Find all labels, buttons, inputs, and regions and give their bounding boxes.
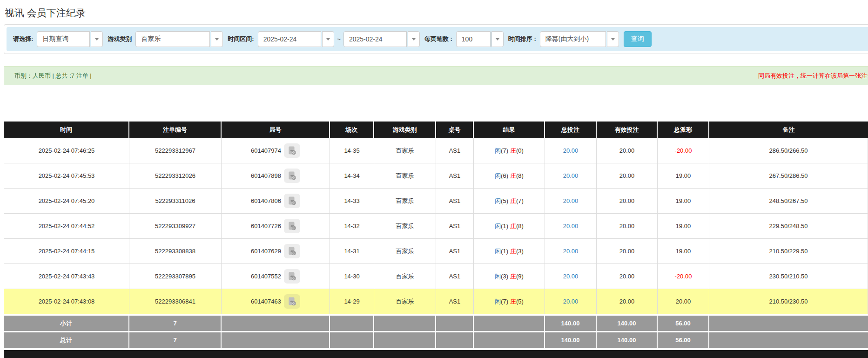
cell-bet-number: 522293306841 <box>129 289 222 314</box>
cell-payout: -20.00 <box>658 264 709 289</box>
result-player-score: (5) <box>501 197 508 204</box>
cell-total-bet: 20.00 <box>545 239 597 263</box>
page-size-select[interactable]: 100 <box>456 31 491 47</box>
filter-panel: 请选择: 日期查询 游戏类别 百家乐 时间区间: 2025-02-24 ~ 20… <box>4 24 868 54</box>
cell-note: 230.50/210.50 <box>709 264 868 289</box>
valid-bet-notice-text: 同局有效投注，统一计算在该局第一张注单 <box>758 72 868 80</box>
cell-payout: 19.00 <box>658 214 709 238</box>
cell-round-number: 601407552 <box>222 264 330 289</box>
cell-note: 210.50/230.50 <box>709 289 868 314</box>
total-bet-link[interactable]: 20.00 <box>563 248 579 255</box>
date-to-value: 2025-02-24 <box>349 35 383 43</box>
cell-payout: 20.00 <box>658 289 709 314</box>
cell-session: 14-30 <box>330 264 374 289</box>
sort-select-arrow[interactable] <box>607 31 619 47</box>
result-player-score: (1) <box>501 223 508 230</box>
film-reel-icon <box>287 271 297 281</box>
date-to-input[interactable]: 2025-02-24 <box>343 31 407 47</box>
cell-valid-bet: 20.00 <box>597 189 658 213</box>
cell-time: 2025-02-24 07:46:25 <box>4 138 129 163</box>
date-from-arrow[interactable] <box>322 31 334 47</box>
total-bet-link[interactable]: 20.00 <box>563 298 579 305</box>
cell-round-number: 601407974 <box>222 138 330 163</box>
total-count: 7 <box>129 332 222 348</box>
page-size-value: 100 <box>462 35 472 43</box>
result-banker-score: (0) <box>516 147 524 154</box>
date-from-input[interactable]: 2025-02-24 <box>258 31 321 47</box>
table-row: 2025-02-24 07:46:25522293312967601407974… <box>4 138 868 163</box>
date-from-value: 2025-02-24 <box>263 35 297 43</box>
table-footer-bar <box>4 350 868 358</box>
cell-time: 2025-02-24 07:45:20 <box>4 189 129 213</box>
total-bet-link[interactable]: 20.00 <box>563 147 579 154</box>
result-banker-score: (8) <box>516 172 524 179</box>
total-result <box>474 332 545 348</box>
game-type-label: 游戏类别 <box>108 35 132 43</box>
video-replay-button[interactable] <box>284 244 300 258</box>
payout-value: 20.00 <box>676 298 691 305</box>
video-replay-button[interactable] <box>284 219 300 233</box>
cell-time: 2025-02-24 07:45:53 <box>4 163 129 188</box>
video-replay-button[interactable] <box>284 269 300 284</box>
video-replay-button[interactable] <box>284 294 300 309</box>
cell-valid-bet: 20.00 <box>597 214 658 238</box>
cell-session: 14-34 <box>330 163 374 188</box>
subtotal-session <box>330 316 374 331</box>
page-size-select-arrow[interactable] <box>491 31 504 47</box>
search-button[interactable]: 查询 <box>624 31 652 47</box>
column-header: 总投注 <box>545 122 597 138</box>
video-replay-button[interactable] <box>284 194 300 208</box>
chevron-down-icon <box>611 38 615 41</box>
column-header: 场次 <box>330 122 374 138</box>
result-player-label: 闲 <box>495 222 501 230</box>
query-type-select[interactable]: 日期查询 <box>37 31 90 47</box>
cell-table-number: AS1 <box>436 289 474 314</box>
total-bet-link[interactable]: 20.00 <box>563 197 579 204</box>
subtotal-game <box>374 316 436 331</box>
table-row: 2025-02-24 07:45:53522293312026601407898… <box>4 163 868 189</box>
cell-time: 2025-02-24 07:44:52 <box>4 214 129 238</box>
total-table <box>436 332 474 348</box>
bet-records-table: 时间注单编号局号场次游戏类别桌号结果总投注有效投注总派彩备注 2025-02-2… <box>4 122 868 358</box>
cell-bet-number: 522293312026 <box>129 163 222 188</box>
date-to-arrow[interactable] <box>408 31 420 47</box>
table-body: 2025-02-24 07:46:25522293312967601407974… <box>4 138 868 314</box>
video-replay-button[interactable] <box>284 143 300 158</box>
query-type-value: 日期查询 <box>42 35 68 43</box>
column-header: 总派彩 <box>658 122 709 138</box>
sort-select[interactable]: 降冪(由大到小) <box>540 31 606 47</box>
chevron-down-icon <box>95 38 99 41</box>
cell-bet-number: 522293309927 <box>129 214 222 238</box>
column-header: 有效投注 <box>597 122 658 138</box>
payout-value: -20.00 <box>675 273 692 280</box>
result-banker-label: 庄 <box>510 197 516 205</box>
total-bet-link[interactable]: 20.00 <box>563 223 579 230</box>
total-bet-link[interactable]: 20.00 <box>563 172 579 179</box>
result-banker-label: 庄 <box>510 297 516 306</box>
payout-value: 19.00 <box>676 172 691 179</box>
chevron-down-icon <box>326 38 330 41</box>
result-banker-score: (3) <box>516 248 524 255</box>
total-bet-link[interactable]: 20.00 <box>563 273 579 280</box>
cell-game-type: 百家乐 <box>374 239 436 263</box>
game-type-select[interactable]: 百家乐 <box>135 31 210 47</box>
video-replay-button[interactable] <box>284 169 300 183</box>
column-header: 备注 <box>709 122 868 138</box>
film-reel-icon <box>287 221 297 231</box>
cell-bet-number: 522293307895 <box>129 264 222 289</box>
total-game <box>374 332 436 348</box>
cell-total-bet: 20.00 <box>545 163 597 188</box>
cell-result: 闲(7)庄(0) <box>474 138 545 163</box>
cell-round-number: 601407463 <box>222 289 330 314</box>
cell-total-bet: 20.00 <box>545 289 597 314</box>
cell-game-type: 百家乐 <box>374 163 436 188</box>
result-banker-label: 庄 <box>510 147 516 155</box>
query-type-select-arrow[interactable] <box>91 31 103 47</box>
game-type-select-arrow[interactable] <box>211 31 223 47</box>
cell-time: 2025-02-24 07:43:08 <box>4 289 129 314</box>
cell-time: 2025-02-24 07:43:43 <box>4 264 129 289</box>
result-player-label: 闲 <box>495 172 501 180</box>
column-header: 局号 <box>222 122 330 138</box>
result-player-score: (7) <box>501 298 508 305</box>
cell-bet-number: 522293308838 <box>129 239 222 263</box>
